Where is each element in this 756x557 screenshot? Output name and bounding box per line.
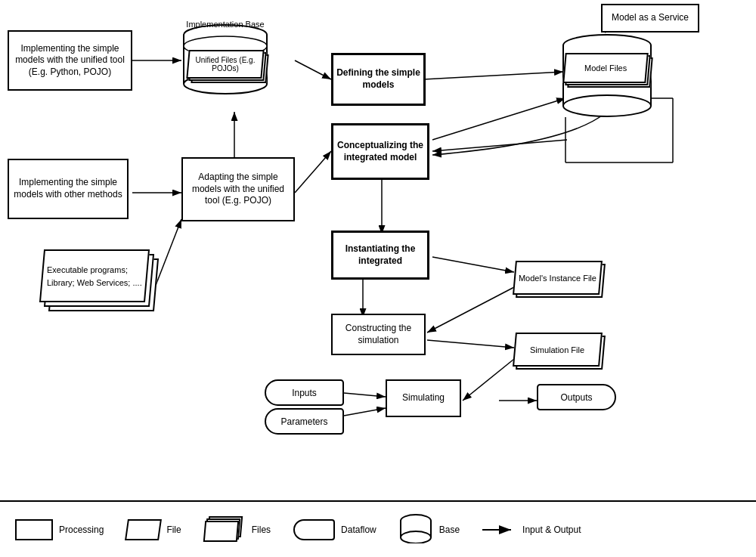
parameters-dataflow: Parameters: [265, 408, 344, 435]
legend-processing: Processing: [15, 519, 104, 540]
svg-line-17: [344, 408, 386, 416]
impl-unified-label: Implementing the simple models with the …: [12, 43, 128, 79]
model-as-service-box: Model as a Service: [601, 4, 699, 32]
impl-unified-box: Implementing the simple models with the …: [8, 30, 132, 91]
parameters-label: Parameters: [280, 416, 327, 427]
legend-dataflow-label: Dataflow: [341, 525, 376, 535]
outputs-dataflow: Outputs: [537, 384, 616, 410]
constructing-label: Constructing the simulation: [336, 323, 421, 346]
legend-files-icon: [204, 516, 246, 543]
svg-line-5: [432, 140, 567, 151]
svg-line-14: [427, 340, 514, 348]
legend-io-label: Input & Output: [522, 525, 581, 535]
legend-io: Input & Output: [482, 522, 581, 537]
impl-other-label: Implementing the simple models with othe…: [12, 177, 124, 200]
svg-line-16: [344, 393, 386, 397]
simulating-label: Simulating: [402, 392, 445, 404]
adapting-box: Adapting the simple models with the unif…: [181, 157, 295, 221]
models-base-db: Models Base Model Files: [558, 30, 656, 123]
executable-label: Executable programs; Library; Web Servic…: [47, 264, 142, 289]
inputs-dataflow: Inputs: [265, 379, 344, 406]
svg-line-15: [463, 359, 514, 401]
legend-dataflow-icon: [293, 519, 335, 540]
impl-base-db: Implementation Base Unified Files (E.g. …: [180, 21, 271, 104]
legend-proc-icon: [15, 519, 53, 540]
defining-box: Defining the simple models: [331, 53, 426, 106]
model-as-service-label: Model as a Service: [612, 12, 689, 24]
simulating-box: Simulating: [386, 379, 461, 417]
legend-file-icon: [125, 519, 162, 540]
model-instance-label: Model's Instance File: [519, 274, 596, 283]
svg-point-35: [563, 95, 651, 116]
model-files-label: Model Files: [584, 63, 627, 73]
svg-line-6: [432, 98, 565, 140]
svg-point-41: [401, 531, 431, 543]
svg-line-9: [155, 219, 181, 287]
legend-base-label: Base: [439, 525, 460, 535]
legend-files-label: Files: [252, 525, 271, 535]
legend-file-label: File: [166, 525, 181, 535]
legend-processing-label: Processing: [59, 525, 104, 535]
conceptualizing-box: Conceptualizing the integrated model: [331, 123, 429, 180]
legend-files: Files: [204, 516, 271, 543]
legend-arrow-icon: [482, 522, 516, 537]
legend-dataflow: Dataflow: [293, 519, 376, 540]
defining-label: Defining the simple models: [336, 67, 420, 91]
adapting-label: Adapting the simple models with the unif…: [186, 172, 290, 207]
svg-line-2: [295, 60, 331, 79]
legend-base: Base: [399, 513, 460, 546]
svg-line-11: [432, 257, 514, 272]
constructing-box: Constructing the simulation: [331, 314, 426, 355]
legend: Processing File Files Dataflow Base: [0, 500, 756, 557]
svg-line-3: [423, 72, 563, 79]
legend-file: File: [126, 519, 181, 540]
outputs-label: Outputs: [560, 392, 592, 403]
inputs-label: Inputs: [292, 388, 317, 398]
svg-line-13: [427, 287, 514, 333]
impl-other-box: Implementing the simple models with othe…: [8, 159, 129, 219]
instantiating-label: Instantiating the integrated: [336, 243, 424, 267]
instantiating-box: Instantiating the integrated: [331, 231, 429, 280]
legend-base-icon: [399, 513, 433, 546]
conceptualizing-label: Conceptualizing the integrated model: [336, 140, 424, 163]
simulation-file-label: Simulation File: [530, 345, 584, 354]
svg-line-19: [295, 151, 331, 193]
svg-text:Implementation Base: Implementation Base: [186, 21, 264, 29]
unified-files-label: Unified Files (E.g. POJOs): [189, 56, 262, 73]
